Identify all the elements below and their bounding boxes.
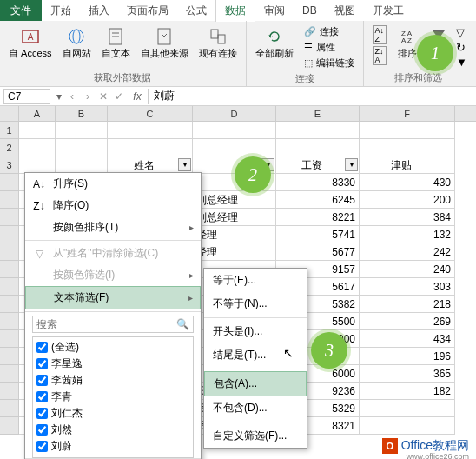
submenu-contains[interactable]: 包含(A)... [204, 371, 307, 396]
cell[interactable] [19, 156, 56, 174]
nav-prev[interactable]: ‹ [64, 90, 80, 103]
row-header[interactable] [0, 417, 19, 435]
submenu-begins[interactable]: 开头是(I)... [204, 320, 307, 343]
menu-sort-desc[interactable]: Z↓降序(O) [25, 195, 201, 216]
filter-checkbox[interactable] [36, 391, 48, 402]
submenu-not-contains[interactable]: 不包含(D)... [204, 396, 307, 420]
filter-checkbox[interactable] [36, 408, 48, 419]
filter-value-item[interactable]: 李星逸 [35, 356, 191, 372]
filter-search-input[interactable] [36, 318, 176, 330]
cell[interactable] [360, 139, 455, 156]
cell-allowance[interactable]: 196 [360, 348, 455, 365]
formula-bar[interactable]: 刘蔚 [148, 89, 476, 104]
cell-position[interactable]: 副总经理 [193, 209, 276, 226]
cell-salary[interactable]: 8221 [276, 209, 360, 226]
header-salary[interactable]: 工资▾ [276, 156, 360, 174]
filter-checkbox[interactable] [36, 358, 48, 369]
cell[interactable] [108, 139, 193, 156]
cell-position[interactable]: 副总经理 [193, 191, 276, 209]
row-header[interactable] [0, 278, 19, 296]
reapply-icon[interactable]: ↻ [456, 41, 467, 54]
tab-db[interactable]: DB [294, 1, 326, 20]
cell-allowance[interactable]: 269 [360, 313, 455, 330]
cell[interactable] [19, 139, 56, 156]
col-header-d[interactable]: D [193, 106, 276, 121]
filter-value-item[interactable]: 刘仁杰 [35, 405, 191, 422]
submenu-custom[interactable]: 自定义筛选(F)... [204, 424, 307, 448]
cell-salary[interactable]: 6245 [276, 191, 360, 209]
fx-label[interactable]: fx [127, 90, 148, 103]
cell[interactable] [108, 122, 193, 139]
filter-value-item[interactable]: 李青 [35, 389, 191, 405]
row-header[interactable]: 3 [0, 156, 19, 174]
btn-from-other[interactable]: 自其他来源 [137, 24, 192, 62]
cell-allowance[interactable]: 303 [360, 278, 455, 296]
cell[interactable] [56, 139, 108, 156]
cell-salary[interactable]: 5741 [276, 226, 360, 243]
cell-allowance[interactable] [360, 400, 455, 417]
row-header[interactable] [0, 174, 19, 191]
cancel-icon[interactable]: ✕ [96, 90, 111, 103]
cell-allowance[interactable]: 434 [360, 330, 455, 348]
row-header[interactable] [0, 243, 19, 261]
btn-sort-asc[interactable]: A↓Z [369, 24, 391, 45]
btn-refresh-all[interactable]: 全部刷新 [252, 24, 297, 62]
col-header-b[interactable]: B [56, 106, 108, 121]
row-header[interactable] [0, 400, 19, 417]
cell-allowance[interactable]: 200 [360, 191, 455, 209]
cell-allowance[interactable]: 132 [360, 226, 455, 243]
row-header[interactable] [0, 330, 19, 348]
name-box-dropdown[interactable]: ▾ [54, 90, 64, 103]
cell-allowance[interactable]: 365 [360, 365, 455, 382]
row-header[interactable] [0, 226, 19, 243]
cell[interactable] [193, 122, 276, 139]
btn-edit-links[interactable]: ⬚编辑链接 [301, 56, 358, 70]
row-header[interactable]: 1 [0, 122, 19, 139]
filter-checkbox[interactable] [36, 375, 48, 386]
cell[interactable] [56, 156, 108, 174]
submenu-equals[interactable]: 等于(E)... [204, 269, 307, 292]
btn-existing-conn[interactable]: 现有连接 [195, 24, 241, 62]
cell-allowance[interactable]: 242 [360, 243, 455, 261]
tab-formula[interactable]: 公式 [177, 0, 215, 22]
cell[interactable] [19, 122, 56, 139]
cell[interactable] [276, 122, 360, 139]
header-name[interactable]: 姓名▾ [108, 156, 193, 174]
row-header[interactable] [0, 191, 19, 209]
menu-text-filter[interactable]: 文本筛选(F)▸ [25, 286, 201, 309]
filter-value-item[interactable]: 刘蔚 [35, 438, 191, 455]
name-box[interactable]: C7 [3, 89, 50, 104]
filter-value-item[interactable]: 刘然 [35, 422, 191, 438]
tab-dev[interactable]: 开发工 [364, 0, 413, 22]
tab-review[interactable]: 审阅 [255, 0, 294, 22]
filter-dropdown-salary[interactable]: ▾ [345, 158, 358, 171]
cell-position[interactable]: 经理 [193, 226, 276, 243]
btn-connections[interactable]: 🔗连接 [301, 24, 358, 39]
row-header[interactable] [0, 296, 19, 313]
cell[interactable] [56, 122, 108, 139]
tab-data[interactable]: 数据 [215, 0, 255, 22]
col-header-a[interactable]: A [19, 106, 56, 121]
filter-value-item[interactable]: (全选) [35, 339, 191, 356]
select-all-corner[interactable] [0, 106, 19, 121]
confirm-icon[interactable]: ✓ [111, 90, 127, 103]
filter-checkbox[interactable] [36, 441, 48, 452]
cell[interactable] [276, 139, 360, 156]
cell-salary[interactable]: 8330 [276, 174, 360, 191]
row-header[interactable]: 2 [0, 139, 19, 156]
row-header[interactable] [0, 348, 19, 365]
col-header-c[interactable]: C [108, 106, 193, 121]
filter-value-item[interactable]: 李茜娟 [35, 372, 191, 389]
row-header[interactable] [0, 313, 19, 330]
tab-insert[interactable]: 插入 [80, 0, 118, 22]
header-allowance[interactable]: 津贴 [360, 156, 455, 174]
nav-next[interactable]: › [80, 90, 96, 103]
tab-home[interactable]: 开始 [42, 0, 80, 22]
cell-position[interactable]: 经理 [193, 243, 276, 261]
col-header-f[interactable]: F [360, 106, 455, 121]
btn-sort-desc[interactable]: Z↓A [369, 45, 391, 66]
cell-allowance[interactable]: 182 [360, 382, 455, 400]
cell-salary[interactable]: 5677 [276, 243, 360, 261]
tab-view[interactable]: 视图 [326, 0, 364, 22]
cell[interactable] [360, 122, 455, 139]
